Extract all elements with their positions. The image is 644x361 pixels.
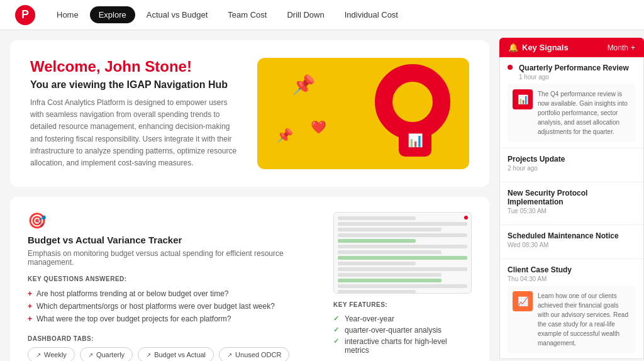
bell-icon: 🔔 bbox=[508, 43, 518, 52]
signal-desc-text: Learn how one of our clients achieved th… bbox=[538, 291, 631, 348]
budget-desc: Emphasis on monitoring budget versus act… bbox=[28, 249, 318, 267]
signal-header-row: Quarterly Performance Review 1 hour ago bbox=[508, 64, 636, 84]
welcome-title: Welcome, John Stone! bbox=[30, 58, 242, 75]
tab-pill-weekly[interactable]: ↗Weekly bbox=[28, 347, 75, 361]
signals-list: Quarterly Performance Review 1 hour ago … bbox=[499, 57, 644, 359]
budget-screenshot bbox=[333, 212, 472, 294]
illus-pin2: 📌 bbox=[276, 128, 413, 144]
nav-link-actual-vs-budget[interactable]: Actual vs Budget bbox=[138, 6, 217, 23]
nav-links: HomeExploreActual vs BudgetTeam CostDril… bbox=[48, 6, 407, 23]
signal-item[interactable]: Quarterly Performance Review 1 hour ago … bbox=[500, 57, 643, 148]
features-label: KEY FEATURES: bbox=[333, 301, 472, 308]
key-signals-title: 🔔 Key Signals bbox=[508, 43, 569, 52]
signal-thumb: 📊 bbox=[513, 89, 533, 109]
signal-time: 2 hour ago bbox=[508, 165, 636, 172]
signal-item[interactable]: New Security Protocol Implementation Tue… bbox=[500, 182, 643, 225]
signal-item[interactable]: Client Case Study Thu 04:30 AM 📈 Learn h… bbox=[500, 259, 643, 359]
sidebar: 🔔 Key Signals Month + Quarterly Performa… bbox=[499, 30, 644, 361]
signal-time: Wed 08:30 AM bbox=[508, 242, 636, 248]
nav-link-individual-cost[interactable]: Individual Cost bbox=[336, 6, 407, 23]
budget-right: KEY FEATURES: Year-over-yearquarter-over… bbox=[333, 212, 472, 361]
question-item: What were the top over budget projects f… bbox=[28, 313, 318, 325]
tab-arrow-icon: ↗ bbox=[146, 352, 151, 358]
signal-time: Tue 05:30 AM bbox=[508, 208, 636, 214]
nav-link-drill-down[interactable]: Drill Down bbox=[278, 6, 333, 23]
welcome-subtitle: You are viewing the IGAP Navigation Hub bbox=[30, 79, 242, 91]
tab-arrow-icon: ↗ bbox=[88, 352, 93, 358]
screenshot-mock bbox=[334, 213, 471, 294]
question-item: Which departments/orgs or host platforms… bbox=[28, 300, 318, 313]
signal-time: Thu 04:30 AM bbox=[508, 275, 636, 282]
tab-pill-quarterly[interactable]: ↗Quarterly bbox=[80, 347, 133, 361]
tabs-label: DASHBOARD TABS: bbox=[28, 335, 318, 342]
main-content: Welcome, John Stone! You are viewing the… bbox=[0, 30, 499, 361]
feature-item: quarter-over-quarter analysis bbox=[333, 325, 472, 336]
welcome-text: Welcome, John Stone! You are viewing the… bbox=[30, 58, 242, 169]
tab-pills: ↗Weekly↗Quarterly↗Budget vs Actual↗Unuse… bbox=[28, 347, 318, 361]
page-layout: Welcome, John Stone! You are viewing the… bbox=[0, 30, 644, 361]
illus-heart: ❤️ bbox=[311, 119, 326, 135]
navbar: P HomeExploreActual vs BudgetTeam CostDr… bbox=[0, 0, 644, 30]
signal-desc: 📊 The Q4 performance review is now avail… bbox=[508, 84, 636, 142]
signal-thumb: 📈 bbox=[513, 291, 533, 311]
signal-desc-text: The Q4 performance review is now availab… bbox=[538, 89, 631, 136]
month-selector[interactable]: Month + bbox=[608, 43, 635, 52]
active-dot bbox=[508, 65, 513, 70]
signal-title: New Security Protocol Implementation bbox=[508, 189, 636, 206]
plus-icon: + bbox=[631, 43, 635, 52]
nav-link-team-cost[interactable]: Team Cost bbox=[219, 6, 275, 23]
budget-left: 🎯 Budget vs Actual Variance Tracker Emph… bbox=[28, 212, 318, 361]
welcome-card: Welcome, John Stone! You are viewing the… bbox=[10, 40, 489, 187]
signal-item[interactable]: Scheduled Maintenance Notice Wed 08:30 A… bbox=[500, 225, 643, 259]
nav-link-home[interactable]: Home bbox=[48, 6, 87, 23]
budget-card: 🎯 Budget vs Actual Variance Tracker Emph… bbox=[10, 197, 489, 361]
budget-title: Budget vs Actual Variance Tracker bbox=[28, 235, 318, 245]
question-item: Are host platforms trending at or below … bbox=[28, 287, 318, 300]
tab-pill-budget-vs-actual[interactable]: ↗Budget vs Actual bbox=[138, 347, 214, 361]
tab-pill-unused-odcr[interactable]: ↗Unused ODCR bbox=[219, 347, 289, 361]
feature-list: Year-over-yearquarter-over-quarter analy… bbox=[333, 313, 472, 356]
feature-item: interactive charts for high-level metric… bbox=[333, 336, 472, 356]
signal-title: Quarterly Performance Review bbox=[519, 64, 629, 72]
questions-label: KEY QUESTIONS ANSWERED: bbox=[28, 275, 318, 282]
tab-arrow-icon: ↗ bbox=[227, 352, 232, 358]
signal-title: Projects Update bbox=[508, 155, 636, 164]
feature-item: Year-over-year bbox=[333, 313, 472, 325]
nav-link-explore[interactable]: Explore bbox=[90, 6, 135, 23]
welcome-desc: Infra Cost Analytics Platform is designe… bbox=[30, 97, 242, 169]
key-signals-header: 🔔 Key Signals Month + bbox=[499, 38, 644, 57]
signal-title: Scheduled Maintenance Notice bbox=[508, 231, 636, 240]
tab-arrow-icon: ↗ bbox=[36, 352, 41, 358]
welcome-illustration: 📌 📌 ❤️ 📊 bbox=[257, 58, 469, 169]
signal-time: 1 hour ago bbox=[519, 74, 629, 81]
signal-desc: 📈 Learn how one of our clients achieved … bbox=[508, 286, 636, 353]
budget-icon: 🎯 bbox=[28, 212, 318, 230]
illus-dashboard-icon: 📊 bbox=[399, 124, 431, 157]
key-questions: Are host platforms trending at or below … bbox=[28, 287, 318, 325]
signal-title: Client Case Study bbox=[508, 265, 636, 274]
logo[interactable]: P bbox=[15, 5, 35, 25]
signal-item[interactable]: Projects Update 2 hour ago bbox=[500, 148, 643, 182]
